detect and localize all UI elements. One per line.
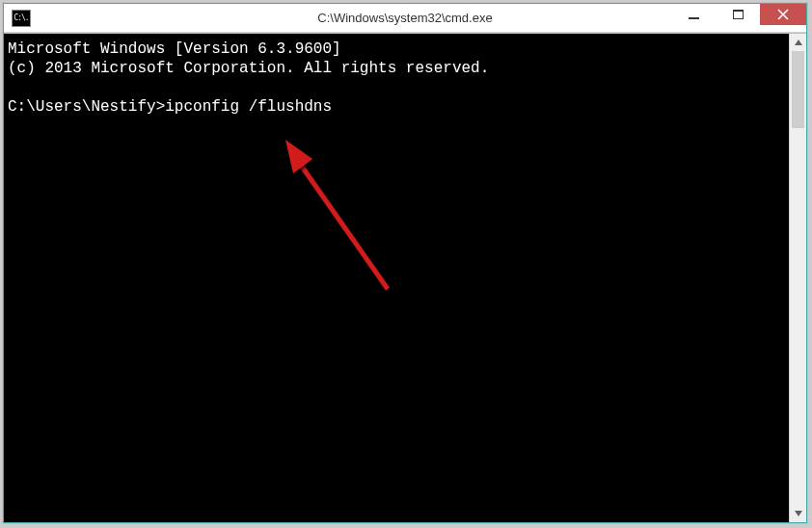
scrollbar-thumb[interactable] — [792, 51, 804, 128]
annotation-arrow-icon — [264, 130, 438, 323]
titlebar[interactable]: C:\. C:\Windows\system32\cmd.exe — [4, 4, 806, 33]
svg-marker-4 — [285, 140, 312, 173]
console-line-version: Microsoft Windows [Version 6.3.9600] — [8, 40, 341, 58]
svg-rect-0 — [689, 17, 699, 19]
console-output[interactable]: Microsoft Windows [Version 6.3.9600] (c)… — [4, 34, 789, 522]
minimize-icon — [689, 10, 699, 20]
window-controls — [671, 4, 806, 25]
chevron-down-icon — [795, 511, 802, 516]
scroll-down-button[interactable] — [790, 505, 806, 522]
console-prompt: C:\Users\Nestify> — [8, 98, 165, 116]
cmd-icon: C:\. — [14, 13, 28, 22]
console-line-copyright: (c) 2013 Microsoft Corporation. All righ… — [8, 60, 489, 77]
chevron-up-icon — [795, 40, 802, 45]
svg-marker-5 — [795, 40, 802, 45]
svg-rect-2 — [733, 10, 744, 12]
svg-line-3 — [291, 151, 388, 289]
maximize-button[interactable] — [716, 4, 760, 25]
close-icon — [777, 9, 789, 20]
minimize-button[interactable] — [671, 4, 716, 25]
close-button[interactable] — [760, 4, 806, 25]
svg-marker-6 — [795, 511, 802, 516]
console-command-input[interactable]: ipconfig /flushdns — [165, 98, 332, 116]
vertical-scrollbar[interactable] — [789, 34, 806, 522]
maximize-icon — [733, 10, 744, 20]
system-menu-icon[interactable]: C:\. — [12, 10, 31, 27]
cmd-window: C:\. C:\Windows\system32\cmd.exe Microso… — [3, 3, 807, 523]
client-area: Microsoft Windows [Version 6.3.9600] (c)… — [4, 33, 806, 522]
scroll-up-button[interactable] — [790, 34, 806, 51]
scrollbar-track[interactable] — [790, 51, 806, 505]
